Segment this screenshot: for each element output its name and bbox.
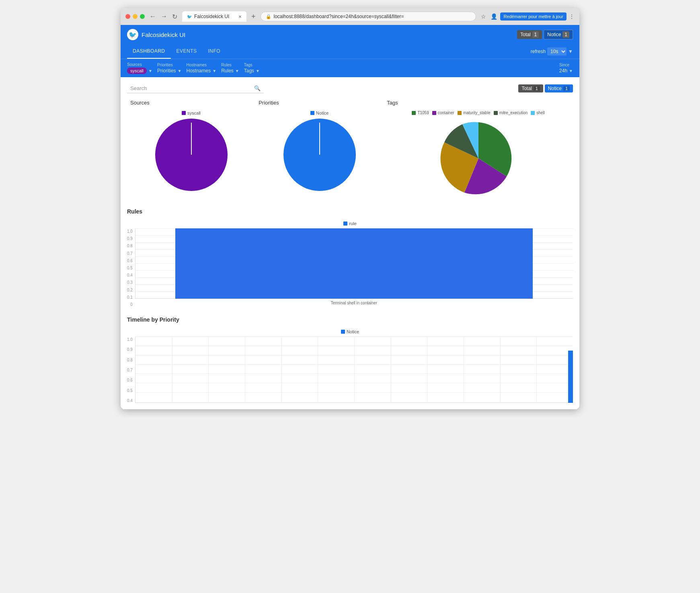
timeline-section: Timeline by Priority Notice 1.0 0.9 0.8 … [127, 316, 573, 403]
tags-chart-section: Tags T1059 container [384, 100, 573, 199]
browser-actions: ☆ 👤 Redémarrer pour mettre à jour ⋮ [479, 12, 575, 21]
rules-value: Rules [221, 68, 234, 74]
legend-shell: shell [531, 111, 545, 115]
since-label: Since [559, 63, 573, 67]
notice-legend-dot [310, 111, 314, 115]
container-dot [432, 111, 436, 115]
new-tab-button[interactable]: + [250, 12, 257, 21]
refresh-select[interactable]: 10s 30s 60s [547, 47, 567, 55]
y-0.7: 0.7 [127, 251, 133, 256]
tags-filter: Tags Tags ▼ [244, 63, 260, 74]
tags-chart-title: Tags [387, 100, 570, 106]
ty-0.4: 0.4 [127, 398, 133, 403]
rules-filter: Rules Rules ▼ [221, 63, 239, 74]
syscall-legend-dot [182, 111, 186, 115]
search-placeholder: Search [130, 85, 147, 91]
rules-chart-wrapper: 1.0 0.9 0.8 0.7 0.6 0.5 0.4 0.3 0.2 0.1 … [127, 228, 573, 307]
y-0.4: 0.4 [127, 273, 133, 277]
rules-y-axis: 1.0 0.9 0.8 0.7 0.6 0.5 0.4 0.3 0.2 0.1 … [127, 228, 135, 307]
back-button[interactable]: ← [148, 12, 158, 21]
more-options-icon[interactable]: ⋮ [569, 13, 575, 20]
tab-favicon-icon: 🐦 [187, 14, 192, 19]
rules-section-title: Rules [127, 208, 573, 215]
reload-button[interactable]: ↻ [170, 12, 179, 21]
ty-1.0: 1.0 [127, 337, 133, 342]
rules-legend: rule [127, 221, 573, 226]
tags-label: Tags [244, 63, 260, 67]
sources-chip: syscall [127, 68, 147, 74]
ty-0.9: 0.9 [127, 347, 133, 352]
legend-timeline-notice: Notice [341, 329, 359, 334]
active-tab[interactable]: 🐦 Falcosidekick UI ✕ [182, 11, 246, 22]
sources-legend: syscall [182, 111, 201, 115]
content-badges: Total 1 Notice 1 [518, 84, 573, 92]
sources-arrow-icon: ▼ [148, 69, 152, 73]
search-row: Search 🔍 Total 1 Notice 1 [127, 84, 573, 93]
rules-label: Rules [221, 63, 239, 67]
ty-0.5: 0.5 [127, 388, 133, 393]
tab-dashboard[interactable]: DASHBOARD [127, 44, 171, 59]
priorities-arrow-icon: ▼ [178, 69, 182, 73]
bookmark-icon[interactable]: ☆ [479, 12, 487, 21]
ty-0.7: 0.7 [127, 368, 133, 372]
since-select[interactable]: 24h ▼ [559, 68, 573, 74]
rules-arrow-icon: ▼ [235, 69, 239, 73]
address-bar[interactable]: 🔒 localhost:8888/dashboard?since=24h&sou… [261, 12, 476, 21]
tab-events[interactable]: EVENTS [171, 44, 203, 59]
tags-pie-svg [438, 118, 519, 199]
rules-select[interactable]: Rules ▼ [221, 68, 239, 74]
timeline-bar-last [568, 351, 573, 403]
profile-icon[interactable]: 👤 [490, 12, 498, 21]
tags-select[interactable]: Tags ▼ [244, 68, 260, 74]
since-arrow-icon: ▼ [569, 69, 573, 73]
restart-button[interactable]: Redémarrer pour mettre à jour [500, 12, 567, 21]
y-0.6: 0.6 [127, 259, 133, 263]
hostnames-select[interactable]: Hostnames ▼ [187, 68, 217, 74]
legend-item-notice: Notice [310, 111, 328, 115]
tags-legend: T1059 container maturity_stable [412, 111, 544, 115]
priorities-filter: Priorities Priorities ▼ [157, 63, 182, 74]
timeline-chart-wrapper: 1.0 0.9 0.8 0.7 0.6 0.5 0.4 [127, 337, 573, 403]
close-window-btn[interactable] [125, 14, 130, 19]
search-box[interactable]: Search 🔍 [127, 84, 264, 93]
sources-label: Sources [127, 62, 152, 67]
y-0.1: 0.1 [127, 295, 133, 300]
timeline-notice-dot [341, 330, 345, 334]
priorities-select[interactable]: Priorities ▼ [157, 68, 182, 74]
priorities-value: Priorities [157, 68, 176, 74]
minimize-window-btn[interactable] [133, 14, 138, 19]
sources-select[interactable]: syscall ▼ [127, 68, 152, 74]
hostnames-value: Hostnames [187, 68, 211, 74]
container-label: container [438, 111, 454, 115]
y-0.2: 0.2 [127, 288, 133, 292]
y-0.9: 0.9 [127, 236, 133, 241]
t1059-label: T1059 [417, 111, 429, 115]
refresh-control: refresh 10s 30s 60s ▼ [531, 47, 573, 55]
tags-chart-container: T1059 container maturity_stable [387, 111, 570, 199]
maximize-window-btn[interactable] [140, 14, 145, 19]
lock-icon: 🔒 [266, 14, 271, 19]
notice-label: Notice [547, 32, 561, 37]
rule-legend-dot [343, 222, 347, 226]
timeline-notice-label: Notice [347, 329, 359, 334]
tab-info[interactable]: INFO [203, 44, 226, 59]
priorities-chart-section: Priorities Notice [255, 100, 384, 199]
syscall-legend-label: syscall [187, 111, 201, 115]
pie-divider-line-2 [319, 123, 320, 155]
rules-section: Rules rule 1.0 0.9 0.8 0.7 0.6 0.5 [127, 208, 573, 307]
tags-value: Tags [244, 68, 254, 74]
priorities-chart-title: Priorities [259, 100, 380, 106]
tab-close-icon[interactable]: ✕ [238, 14, 242, 19]
sources-chart-section: Sources syscall [127, 100, 255, 199]
total-label: Total [520, 32, 530, 37]
timeline-y-axis: 1.0 0.9 0.8 0.7 0.6 0.5 0.4 [127, 337, 135, 403]
priorities-pie [283, 119, 356, 191]
y-0.5: 0.5 [127, 266, 133, 270]
legend-mitre: mitre_execution [494, 111, 528, 115]
hostnames-arrow-icon: ▼ [212, 69, 216, 73]
legend-rule: rule [343, 221, 356, 226]
priorities-legend: Notice [310, 111, 328, 115]
shell-label: shell [536, 111, 545, 115]
forward-button[interactable]: → [159, 12, 169, 21]
hostnames-filter: Hostnames Hostnames ▼ [187, 63, 217, 74]
